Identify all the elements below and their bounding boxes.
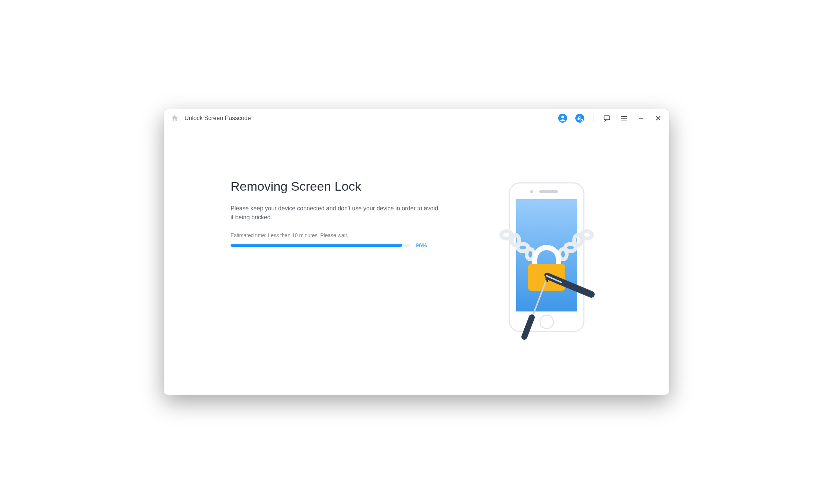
progress-row: 96% [231,242,454,248]
progress-percent-label: 96% [416,242,427,248]
titlebar-right [557,113,663,123]
app-window: Unlock Screen Passcode [164,109,669,395]
music-search-icon[interactable] [575,113,585,123]
main-heading: Removing Screen Lock [231,179,454,194]
close-button[interactable] [653,113,663,123]
svg-point-1 [562,116,564,118]
progress-bar [231,244,409,247]
svg-rect-5 [604,116,610,120]
svg-point-13 [530,190,533,193]
estimate-text: Estimated time: Less than 10 minutes. Pl… [231,232,454,238]
main-column: Removing Screen Lock Please keep your de… [231,179,454,335]
feedback-icon[interactable] [602,113,612,123]
svg-rect-14 [539,190,558,193]
menu-icon[interactable] [619,113,629,123]
page-title: Unlock Screen Passcode [184,115,251,122]
content-area: Removing Screen Lock Please keep your de… [164,127,669,395]
illustration-column [476,179,595,335]
phone-lock-illustration [487,179,584,335]
progress-fill [231,244,402,247]
titlebar: Unlock Screen Passcode [164,109,669,127]
home-icon[interactable] [170,113,180,123]
minimize-button[interactable] [636,113,646,123]
svg-point-21 [582,231,592,239]
svg-point-17 [501,231,512,239]
titlebar-divider [593,114,594,122]
account-icon[interactable] [557,113,568,123]
main-description: Please keep your device connected and do… [231,204,439,222]
titlebar-left: Unlock Screen Passcode [170,113,251,123]
